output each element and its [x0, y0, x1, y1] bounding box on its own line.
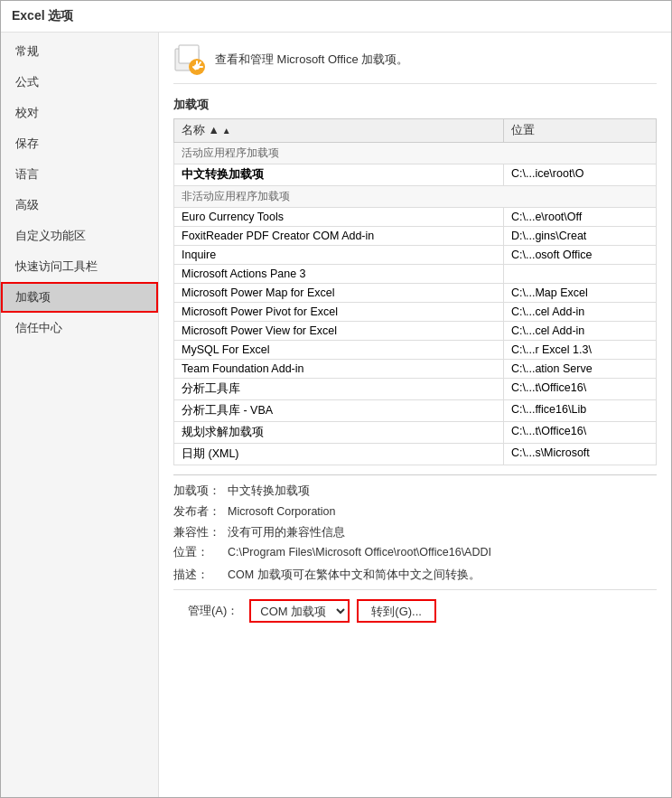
detail-publisher: 发布者： Microsoft Corporation: [173, 503, 657, 521]
table-row[interactable]: Microsoft Power Map for ExcelC:\...Map E…: [174, 284, 657, 303]
title-text: Excel 选项: [12, 8, 73, 23]
addin-location-cell: [503, 265, 656, 284]
sidebar-item-general[interactable]: 常规: [1, 36, 158, 67]
addin-detail-label: 加载项：: [173, 483, 228, 500]
dialog-body: 常规公式校对保存语言高级自定义功能区快速访问工具栏加载项信任中心 查看和管理 M…: [1, 33, 671, 797]
addin-name-cell: 日期 (XML): [174, 444, 504, 465]
compat-detail-label: 兼容性：: [173, 524, 228, 541]
group-header-row: 活动应用程序加载项: [174, 143, 657, 164]
location-detail-label: 位置：: [173, 544, 228, 561]
addin-table: 名称 ▲ 位置 活动应用程序加载项中文转换加载项C:\...ice\root\O…: [173, 118, 657, 465]
section-header-text: 查看和管理 Microsoft Office 加载项。: [215, 52, 408, 68]
table-row[interactable]: 分析工具库 - VBAC:\...ffice16\Lib: [174, 400, 657, 422]
addin-name-cell: MySQL For Excel: [174, 341, 504, 360]
table-row[interactable]: 分析工具库C:\...t\Office16\: [174, 379, 657, 400]
desc-detail-value: COM 加载项可在繁体中文和简体中文之间转换。: [228, 567, 657, 584]
addin-location-cell: C:\...e\root\Off: [503, 208, 656, 227]
sidebar-item-formula[interactable]: 公式: [1, 67, 158, 98]
dialog-title: Excel 选项: [1, 1, 671, 33]
compat-detail-value: 没有可用的兼容性信息: [228, 524, 657, 541]
sidebar-item-language[interactable]: 语言: [1, 159, 158, 190]
table-row[interactable]: Microsoft Power View for ExcelC:\...cel …: [174, 322, 657, 341]
sidebar-item-addins[interactable]: 加载项: [1, 282, 158, 313]
col-location: 位置: [503, 119, 656, 143]
location-detail-value: C:\Program Files\Microsoft Office\root\O…: [228, 544, 657, 561]
addin-location-cell: C:\...Map Excel: [503, 284, 656, 303]
sidebar-item-proofing[interactable]: 校对: [1, 98, 158, 128]
addin-name-cell: Microsoft Power View for Excel: [174, 322, 504, 341]
addin-name-cell: 规划求解加载项: [174, 422, 504, 444]
addin-location-cell: D:\...gins\Creat: [503, 227, 656, 246]
manage-label: 管理(A)：: [188, 603, 238, 619]
addin-name-cell: FoxitReader PDF Creator COM Add-in: [174, 227, 504, 246]
col-name[interactable]: 名称 ▲: [174, 119, 504, 143]
addin-name-cell: Team Foundation Add-in: [174, 360, 504, 379]
addin-location-cell: C:\...s\Microsoft: [503, 444, 656, 465]
table-row[interactable]: 规划求解加载项C:\...t\Office16\: [174, 422, 657, 444]
bottom-bar: 管理(A)： COM 加载项 Excel 加载项 禁用的项目 转到(G)...: [173, 589, 657, 632]
detail-description: 描述： COM 加载项可在繁体中文和简体中文之间转换。: [173, 567, 657, 584]
group-header-row: 非活动应用程序加载项: [174, 186, 657, 208]
goto-button[interactable]: 转到(G)...: [357, 599, 436, 623]
desc-detail-label: 描述：: [173, 567, 228, 584]
sidebar-item-customize-ribbon[interactable]: 自定义功能区: [1, 221, 158, 251]
table-row[interactable]: Microsoft Power Pivot for ExcelC:\...cel…: [174, 303, 657, 322]
manage-select[interactable]: COM 加载项 Excel 加载项 禁用的项目: [249, 599, 350, 623]
table-row[interactable]: FoxitReader PDF Creator COM Add-inD:\...…: [174, 227, 657, 246]
addin-detail-value: 中文转换加载项: [228, 483, 657, 500]
detail-addin: 加载项： 中文转换加载项: [173, 483, 657, 500]
addin-name-cell: Euro Currency Tools: [174, 208, 504, 227]
excel-options-dialog: Excel 选项 常规公式校对保存语言高级自定义功能区快速访问工具栏加载项信任中…: [0, 0, 672, 798]
detail-compatibility: 兼容性： 没有可用的兼容性信息: [173, 524, 657, 541]
addin-name-cell: Microsoft Power Pivot for Excel: [174, 303, 504, 322]
detail-location: 位置： C:\Program Files\Microsoft Office\ro…: [173, 544, 657, 561]
addin-location-cell: C:\...r Excel 1.3\: [503, 341, 656, 360]
main-content: 查看和管理 Microsoft Office 加载项。 加载项 名称 ▲ 位置 …: [159, 33, 671, 797]
addin-name-cell: 分析工具库: [174, 379, 504, 400]
addin-location-cell: C:\...ffice16\Lib: [503, 400, 656, 422]
addin-icon: [173, 43, 206, 76]
sidebar: 常规公式校对保存语言高级自定义功能区快速访问工具栏加载项信任中心: [1, 33, 159, 797]
sidebar-item-advanced[interactable]: 高级: [1, 190, 158, 221]
sidebar-item-save[interactable]: 保存: [1, 128, 158, 159]
addin-location-cell: C:\...ation Serve: [503, 360, 656, 379]
table-row[interactable]: Euro Currency ToolsC:\...e\root\Off: [174, 208, 657, 227]
addin-location-cell: C:\...cel Add-in: [503, 303, 656, 322]
addin-location-cell: C:\...osoft Office: [503, 246, 656, 265]
table-row[interactable]: 日期 (XML)C:\...s\Microsoft: [174, 444, 657, 465]
addin-name-cell: 分析工具库 - VBA: [174, 400, 504, 422]
sidebar-item-trust-center[interactable]: 信任中心: [1, 313, 158, 343]
table-row[interactable]: MySQL For ExcelC:\...r Excel 1.3\: [174, 341, 657, 360]
addin-name-cell: Microsoft Power Map for Excel: [174, 284, 504, 303]
addin-name-cell: Microsoft Actions Pane 3: [174, 265, 504, 284]
publisher-detail-label: 发布者：: [173, 503, 228, 521]
section-header: 查看和管理 Microsoft Office 加载项。: [173, 43, 657, 84]
table-row[interactable]: 中文转换加载项C:\...ice\root\O: [174, 164, 657, 186]
table-row[interactable]: Team Foundation Add-inC:\...ation Serve: [174, 360, 657, 379]
addin-location-cell: C:\...cel Add-in: [503, 322, 656, 341]
details-panel: 加载项： 中文转换加载项 发布者： Microsoft Corporation …: [173, 474, 657, 584]
table-row[interactable]: InquireC:\...osoft Office: [174, 246, 657, 265]
addin-name-cell: Inquire: [174, 246, 504, 265]
table-row[interactable]: Microsoft Actions Pane 3: [174, 265, 657, 284]
table-header-row: 名称 ▲ 位置: [174, 119, 657, 143]
addin-location-cell: C:\...t\Office16\: [503, 422, 656, 444]
publisher-detail-value: Microsoft Corporation: [228, 503, 657, 521]
addin-location-cell: C:\...ice\root\O: [503, 164, 656, 186]
addin-location-cell: C:\...t\Office16\: [503, 379, 656, 400]
sidebar-item-quick-access[interactable]: 快速访问工具栏: [1, 251, 158, 282]
addin-name-cell: 中文转换加载项: [174, 164, 504, 186]
addin-section-label: 加载项: [173, 97, 657, 113]
